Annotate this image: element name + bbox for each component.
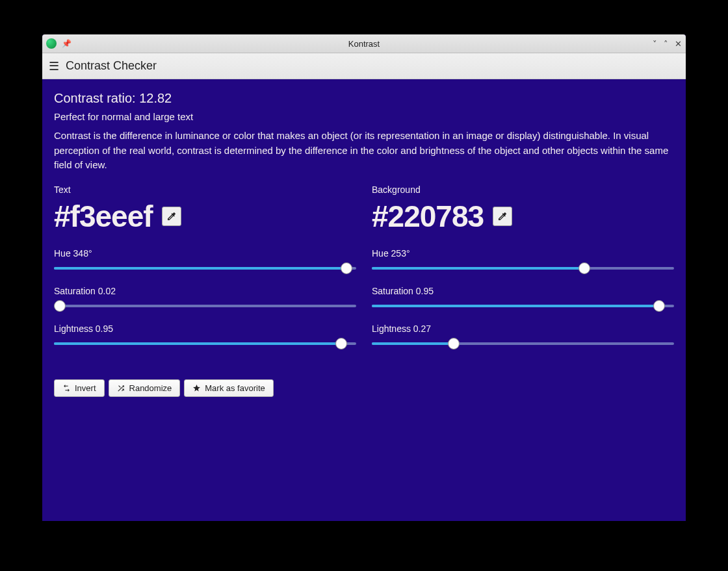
hamburger-icon[interactable]: ☰ [49,59,59,73]
bg-saturation-slider[interactable] [372,300,674,312]
window-controls: ˅ ˄ ✕ [653,39,682,49]
text-color-row: #f3eeef [54,199,356,234]
slider-thumb[interactable] [54,300,66,312]
window-title: Kontrast [42,39,686,49]
ratio-value: 12.82 [139,91,172,105]
slider-thumb[interactable] [448,338,460,349]
bg-hue-slider[interactable] [372,262,674,274]
text-saturation-slider[interactable] [54,300,356,312]
bg-hue-group: Hue 253° [372,248,674,274]
randomize-button[interactable]: Randomize [109,379,181,397]
bg-lightness-label: Lightness 0.27 [372,324,674,334]
favorite-label: Mark as favorite [205,383,265,393]
page-title: Contrast Checker [66,59,157,73]
text-color-column: Text #f3eeef Hue 348° Satur [54,184,356,361]
minimize-icon[interactable]: ˅ [653,39,657,49]
slider-thumb[interactable] [653,300,665,312]
action-buttons: Invert Randomize Mark as favorite [54,379,674,397]
content-area: Contrast ratio: 12.82 Perfect for normal… [42,79,686,409]
contrast-ratio: Contrast ratio: 12.82 [54,91,674,106]
pin-icon[interactable]: 📌 [62,39,72,48]
shuffle-icon [117,384,125,392]
bg-saturation-label: Saturation 0.95 [372,286,674,296]
app-icon [46,38,57,49]
close-icon[interactable]: ✕ [675,39,682,49]
color-columns: Text #f3eeef Hue 348° Satur [54,184,674,361]
slider-thumb[interactable] [578,262,590,274]
app-window: 📌 Kontrast ˅ ˄ ✕ ☰ Contrast Checker Cont… [42,34,686,521]
text-lightness-slider[interactable] [54,338,356,349]
bg-hue-label: Hue 253° [372,248,674,259]
star-icon [192,384,201,392]
swap-icon [62,384,71,392]
text-hue-group: Hue 348° [54,248,356,274]
text-color-hex[interactable]: #f3eeef [54,199,153,234]
eyedropper-icon [497,211,508,222]
text-saturation-label: Saturation 0.02 [54,286,356,296]
bg-color-column: Background #220783 Hue 253° [372,184,674,361]
bg-eyedropper-button[interactable] [493,207,512,226]
ratio-label: Contrast ratio: [54,91,139,105]
bg-lightness-group: Lightness 0.27 [372,324,674,349]
invert-label: Invert [75,383,96,393]
bg-color-label: Background [372,184,674,195]
titlebar[interactable]: 📌 Kontrast ˅ ˄ ✕ [42,34,686,53]
slider-thumb[interactable] [341,262,352,274]
text-hue-label: Hue 348° [54,248,356,259]
bg-color-row: #220783 [372,199,674,234]
text-lightness-label: Lightness 0.95 [54,324,356,334]
favorite-button[interactable]: Mark as favorite [184,379,273,397]
invert-button[interactable]: Invert [54,379,105,397]
eyedropper-icon [166,211,177,222]
bg-lightness-slider[interactable] [372,338,674,349]
text-saturation-group: Saturation 0.02 [54,286,356,312]
description-text: Contrast is the difference in luminance … [54,129,674,173]
text-hue-slider[interactable] [54,262,356,274]
maximize-icon[interactable]: ˄ [664,39,668,49]
text-color-label: Text [54,184,356,195]
toolbar: ☰ Contrast Checker [42,53,686,79]
randomize-label: Randomize [129,383,172,393]
text-eyedropper-button[interactable] [162,207,181,226]
text-lightness-group: Lightness 0.95 [54,324,356,349]
bg-saturation-group: Saturation 0.95 [372,286,674,312]
slider-thumb[interactable] [335,338,347,349]
bg-color-hex[interactable]: #220783 [372,199,484,234]
rating-text: Perfect for normal and large text [54,111,674,122]
